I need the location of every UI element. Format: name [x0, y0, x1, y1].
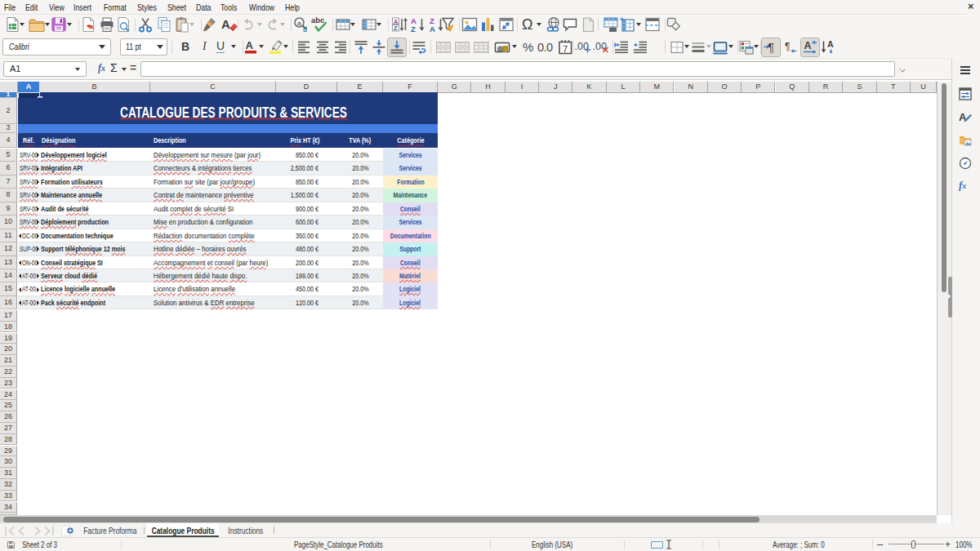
svg-text:A: A	[804, 39, 812, 51]
svg-text:A: A	[959, 111, 967, 123]
svg-text:A: A	[246, 39, 254, 51]
svg-text:Z: Z	[394, 24, 398, 32]
svg-text:¶: ¶	[785, 41, 790, 52]
svg-text:A: A	[430, 24, 435, 33]
svg-text:.00: .00	[575, 41, 589, 52]
svg-text:7: 7	[563, 43, 568, 53]
svg-text:Z: Z	[411, 24, 416, 33]
svg-text:Ω: Ω	[522, 16, 532, 33]
svg-text:abc: abc	[311, 16, 324, 24]
svg-text:A: A	[827, 39, 834, 49]
svg-text:a: a	[297, 20, 301, 27]
svg-text:d: d	[303, 25, 307, 33]
svg-text:A: A	[221, 17, 230, 31]
